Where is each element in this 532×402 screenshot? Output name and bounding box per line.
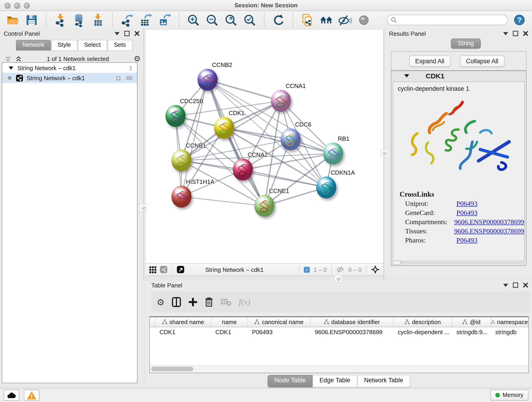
column-header-description[interactable]: description (394, 317, 452, 327)
import-network-database-button[interactable] (72, 13, 87, 27)
export-image-button[interactable] (157, 13, 172, 27)
left-splitter-handle[interactable] (139, 204, 147, 211)
tab-network-table[interactable]: Network Table (357, 375, 410, 387)
gene-expand-icon[interactable] (404, 74, 409, 77)
cloud-status-button[interactable] (4, 390, 19, 401)
scrollbar-thumb[interactable] (151, 367, 193, 371)
clone-network-button[interactable] (300, 13, 315, 27)
delete-table-icon[interactable] (220, 298, 231, 306)
expand-all-button[interactable]: Expand All (409, 56, 450, 67)
close-panel-icon[interactable] (523, 31, 528, 36)
collapse-all-icon[interactable] (5, 55, 12, 62)
column-header-shared-name[interactable]: shared name (155, 317, 211, 327)
detach-view-icon[interactable] (177, 266, 184, 273)
export-table-button[interactable] (138, 13, 153, 27)
column-header-canonical-name[interactable]: canonical name (248, 317, 311, 327)
save-session-button[interactable] (24, 13, 39, 27)
tree-expand-icon[interactable] (9, 66, 13, 70)
pan-crosshair-icon[interactable] (371, 265, 380, 274)
tab-node-table[interactable]: Node Table (268, 375, 312, 387)
open-folder-icon (6, 13, 20, 27)
help-icon: ? (513, 14, 525, 26)
float-panel-icon[interactable] (513, 31, 518, 36)
network-node-CCNB1[interactable] (171, 149, 191, 172)
collapse-all-button[interactable]: Collapse All (460, 56, 504, 67)
right-splitter-handle[interactable] (380, 149, 388, 157)
column-header--id[interactable]: @id (452, 317, 491, 327)
column-header-name[interactable]: name (211, 317, 248, 327)
network-node-CCNE1[interactable] (254, 195, 274, 217)
network-collection-row[interactable]: String Network – cdk1 1 (2, 63, 137, 73)
export-network-button[interactable] (120, 13, 134, 27)
grid-view-icon[interactable] (149, 266, 156, 273)
crosslink-link[interactable]: 9606.ENSP00000378699 (454, 218, 524, 226)
tab-select[interactable]: Select (78, 40, 107, 51)
network-view-share-icon[interactable] (160, 266, 167, 273)
network-node-CDC6[interactable] (280, 128, 301, 150)
select-columns-icon[interactable] (172, 297, 181, 307)
collapse-panel-icon[interactable] (114, 32, 120, 35)
zoom-out-button[interactable] (205, 13, 220, 27)
expand-all-icon[interactable] (15, 55, 22, 62)
show-all-button[interactable] (356, 13, 371, 27)
tab-string[interactable]: String (451, 38, 481, 49)
network-node-CDK1[interactable] (214, 117, 234, 139)
bottom-splitter-handle[interactable] (335, 275, 342, 282)
float-panel-icon[interactable] (124, 31, 130, 36)
tab-network[interactable]: Network (16, 40, 51, 51)
protein-ribbon-texture (233, 159, 253, 181)
network-canvas[interactable]: CCNB2CCNA1CDC25BCDK1CDC6RB1CCNB1CCNA2CDK… (146, 30, 383, 263)
refresh-button[interactable] (271, 13, 286, 27)
warning-status-button[interactable] (24, 390, 39, 401)
memory-status-icon (495, 393, 500, 397)
zoom-selected-button[interactable] (242, 13, 257, 27)
import-network-file-button[interactable] (53, 13, 68, 27)
card-scrollbar[interactable] (393, 260, 524, 264)
network-row[interactable]: String Network – cdk1 11 48 (2, 73, 137, 83)
crosslink-link[interactable]: 9606.ENSP00000378699 (454, 227, 524, 235)
help-button[interactable]: ? (512, 13, 526, 27)
table-row[interactable]: CDK1CDK1P064939606.ENSP00000378699cyclin… (150, 327, 528, 337)
zoom-in-button[interactable] (186, 13, 201, 27)
crosslink-link[interactable]: P06493 (456, 209, 477, 217)
close-panel-icon[interactable] (523, 282, 528, 288)
column-header-namespace[interactable]: namespace (491, 317, 528, 327)
gear-icon[interactable]: ⚙ (134, 55, 141, 63)
tab-style[interactable]: Style (51, 40, 77, 51)
tab-edge-table[interactable]: Edge Table (312, 375, 357, 387)
network-node-RB1[interactable] (323, 143, 343, 165)
graphics-details-button[interactable] (319, 13, 334, 27)
node-label-CCNE1: CCNE1 (269, 188, 289, 195)
gene-card-header[interactable]: CDK1 (391, 71, 526, 80)
open-session-button[interactable] (6, 13, 20, 27)
table-gear-icon[interactable]: ⚙ (157, 298, 165, 306)
zoom-fit-button[interactable] (224, 13, 238, 27)
network-node-CCNA1[interactable] (271, 90, 291, 112)
search-field[interactable] (387, 15, 508, 25)
import-table-button[interactable] (91, 13, 105, 27)
collapse-panel-icon[interactable] (503, 283, 508, 287)
collapse-panel-icon[interactable] (503, 32, 508, 35)
table-horizontal-scrollbar[interactable] (150, 365, 528, 373)
network-node-HIST1H1A[interactable] (171, 186, 191, 208)
column-header-database-identifier[interactable]: database identifier (311, 317, 394, 327)
close-panel-icon[interactable] (134, 31, 140, 36)
gene-name: CDK1 (426, 72, 444, 80)
delete-column-icon[interactable] (205, 297, 213, 307)
network-node-CDC25B[interactable] (165, 105, 186, 127)
network-node-CDKN1A[interactable] (316, 176, 336, 198)
function-builder-icon[interactable]: f(x) (239, 297, 250, 307)
crosslink-link[interactable]: P06493 (456, 200, 477, 208)
tab-sets[interactable]: Sets (108, 40, 132, 51)
left-splitter[interactable] (143, 29, 144, 281)
float-panel-icon[interactable] (513, 282, 518, 288)
hidden-eye-slash-icon[interactable] (336, 266, 345, 273)
hide-selected-button[interactable] (338, 13, 352, 27)
selected-checkbox[interactable]: ✓ (304, 267, 310, 273)
memory-button[interactable]: Memory (490, 390, 528, 401)
add-column-icon[interactable] (188, 298, 197, 307)
search-input[interactable] (399, 16, 504, 24)
crosslink-link[interactable]: P06493 (456, 236, 477, 244)
network-node-CCNB2[interactable] (197, 69, 217, 91)
network-node-CCNA2[interactable] (233, 159, 253, 181)
